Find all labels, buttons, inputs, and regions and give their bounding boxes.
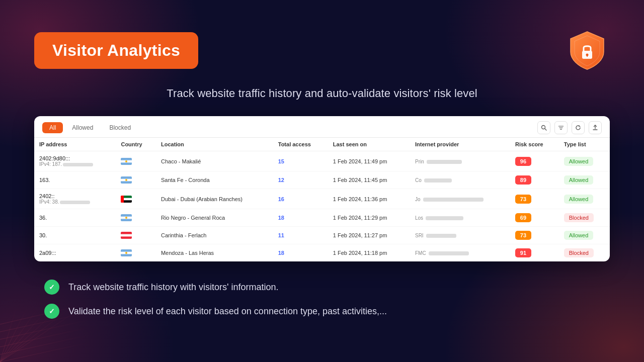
export-icon (592, 125, 598, 131)
table-row: 2a09::: Mendoza - Las Heras 18 1 Feb 202… (34, 244, 610, 262)
cell-location: Carinthia - Ferlach (156, 227, 273, 244)
cell-country (116, 227, 156, 244)
export-button[interactable] (589, 121, 602, 134)
feature-item-2: ✓ Validate the risk level of each visito… (44, 304, 610, 319)
svg-point-25 (125, 160, 127, 162)
cell-access: 18 (273, 209, 328, 227)
tab-blocked[interactable]: Blocked (102, 122, 138, 133)
col-risk: Risk score (510, 138, 559, 151)
svg-point-28 (125, 179, 127, 181)
tab-actions (537, 121, 602, 134)
cell-access: 12 (273, 171, 328, 189)
cell-lastseen: 1 Feb 2024, 11:49 pm (328, 151, 410, 171)
check-icon-1: ✓ (44, 280, 59, 295)
cell-country (116, 189, 156, 209)
svg-line-17 (545, 129, 546, 130)
table-row: 36. Rio Negro - General Roca 18 1 Feb 20… (34, 209, 610, 227)
cell-ip: 2a09::: (34, 244, 116, 262)
cell-country (116, 209, 156, 227)
table-header-row: IP address Country Location Total access… (34, 138, 610, 151)
cell-ip: 2402:: IPv4: 38. (34, 189, 116, 209)
tab-allowed[interactable]: Allowed (65, 122, 100, 133)
cell-access: 11 (273, 227, 328, 244)
cell-ip: 163. (34, 171, 116, 189)
cell-lastseen: 1 Feb 2024, 11:36 pm (328, 189, 410, 209)
main-content: Visitor Analytics Track (0, 0, 644, 319)
data-table-card: All Allowed Blocked (34, 116, 610, 261)
cell-type: Allowed (559, 151, 610, 171)
svg-line-0 (0, 327, 161, 362)
cell-location: Dubai - Dubai (Arabian Ranches) (156, 189, 273, 209)
cell-lastseen: 1 Feb 2024, 11:18 pm (328, 244, 410, 262)
cell-country (116, 171, 156, 189)
header-row: Visitor Analytics (34, 28, 610, 73)
cell-ip: 30. (34, 227, 116, 244)
col-location: Location (156, 138, 273, 151)
cell-provider: SRI (410, 227, 510, 244)
feature-text-2: Validate the risk level of each visitor … (68, 306, 387, 317)
cell-access: 15 (273, 151, 328, 171)
cell-lastseen: 1 Feb 2024, 11:45 pm (328, 171, 410, 189)
search-icon (541, 125, 547, 131)
svg-point-35 (125, 217, 127, 219)
tab-all[interactable]: All (42, 122, 63, 133)
col-type: Type list (559, 138, 610, 151)
search-button[interactable] (537, 121, 550, 134)
svg-point-40 (125, 252, 127, 254)
cell-lastseen: 1 Feb 2024, 11:27 pm (328, 227, 410, 244)
col-country: Country (116, 138, 156, 151)
cell-country (116, 151, 156, 171)
cell-risk: 73 (510, 189, 559, 209)
cell-location: Rio Negro - General Roca (156, 209, 273, 227)
cell-location: Santa Fe - Coronda (156, 171, 273, 189)
title-badge: Visitor Analytics (34, 32, 198, 69)
cell-provider: Los (410, 209, 510, 227)
cell-risk: 89 (510, 171, 559, 189)
cell-provider: Prin (410, 151, 510, 171)
col-lastseen: Last seen on (328, 138, 410, 151)
page-title: Visitor Analytics (52, 41, 180, 59)
table-row: 30. Carinthia - Ferlach 11 1 Feb 2024, 1… (34, 227, 610, 244)
refresh-icon (575, 125, 581, 131)
table-row: 2402:: IPv4: 38. Dubai - Dubai (Arabian … (34, 189, 610, 209)
col-provider: Internet provider (410, 138, 510, 151)
subtitle: Track website traffic history and auto-v… (34, 87, 610, 100)
cell-provider: FMC (410, 244, 510, 262)
col-access: Total access (273, 138, 328, 151)
cell-type: Allowed (559, 227, 610, 244)
col-ip: IP address (34, 138, 116, 151)
svg-rect-15 (587, 55, 588, 57)
cell-type: Blocked (559, 244, 610, 262)
cell-lastseen: 1 Feb 2024, 11:29 pm (328, 209, 410, 227)
tab-group: All Allowed Blocked (42, 122, 138, 133)
cell-risk: 69 (510, 209, 559, 227)
features-list: ✓ Track website traffic history with vis… (34, 280, 610, 319)
svg-line-1 (0, 319, 161, 354)
cell-location: Mendoza - Las Heras (156, 244, 273, 262)
filter-button[interactable] (554, 121, 568, 134)
cell-provider: Co (410, 171, 510, 189)
table-row: 163. Santa Fe - Coronda 12 1 Feb 2024, 1… (34, 171, 610, 189)
cell-country (116, 244, 156, 262)
feature-text-1: Track website traffic history with visit… (68, 282, 279, 293)
table-header: All Allowed Blocked (34, 116, 610, 138)
cell-ip: 2402:9d80::: IPv4: 187. (34, 151, 116, 171)
cell-access: 18 (273, 244, 328, 262)
cell-type: Allowed (559, 171, 610, 189)
feature-item-1: ✓ Track website traffic history with vis… (44, 280, 610, 295)
table-row: 2402:9d80::: IPv4: 187. Chaco - Makalié … (34, 151, 610, 171)
cell-type: Blocked (559, 209, 610, 227)
cell-risk: 73 (510, 227, 559, 244)
cell-type: Allowed (559, 189, 610, 209)
refresh-button[interactable] (572, 121, 585, 134)
filter-icon (558, 125, 564, 131)
cell-risk: 91 (510, 244, 559, 262)
cell-access: 16 (273, 189, 328, 209)
cell-risk: 96 (510, 151, 559, 171)
cell-ip: 36. (34, 209, 116, 227)
svg-rect-37 (121, 234, 132, 237)
cell-location: Chaco - Makalié (156, 151, 273, 171)
cell-provider: Jo (410, 189, 510, 209)
visitor-table: IP address Country Location Total access… (34, 138, 610, 261)
svg-rect-32 (121, 196, 124, 203)
